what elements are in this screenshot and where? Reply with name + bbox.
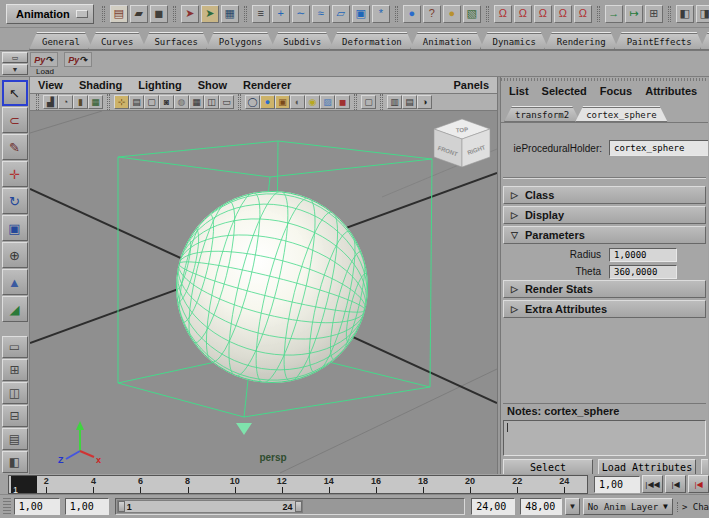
current-time-field[interactable] <box>594 476 640 493</box>
param-radius-field[interactable] <box>609 248 677 262</box>
ae-tab-transform2[interactable]: transform2 <box>504 106 580 122</box>
four-pane-layout-button[interactable]: ⊞ <box>2 359 28 381</box>
curves-mask-icon[interactable]: ∼ <box>292 5 310 23</box>
points-mask-icon[interactable]: + <box>272 5 290 23</box>
ae-menu-focus[interactable]: Focus <box>600 85 632 97</box>
rendering-mask-icon[interactable]: * <box>372 5 390 23</box>
step-back-key-button[interactable]: |◀ <box>688 475 709 493</box>
section-extra-attributes[interactable]: ▷Extra Attributes <box>503 300 706 318</box>
hypershade-persp-layout-button[interactable]: ▤ <box>2 428 28 450</box>
select-tool[interactable]: ↖ <box>2 80 28 106</box>
exposure-icon[interactable]: ◑ <box>417 95 432 109</box>
shelf-tab-general[interactable]: General <box>29 32 93 50</box>
persp-split-layout-button[interactable]: ◧ <box>2 451 28 473</box>
soft-mod-tool[interactable]: ▲ <box>2 269 28 295</box>
go-to-start-button[interactable]: |◀◀ <box>642 475 663 493</box>
time-slider[interactable]: 1 24681012141618202224 <box>8 475 588 494</box>
highlight-selection-icon[interactable]: ▧ <box>463 5 481 23</box>
attribute-editor-grip[interactable] <box>501 78 708 81</box>
character-set-menu[interactable]: > Cha <box>677 502 709 512</box>
persp-graph-layout-button[interactable]: ⊟ <box>2 405 28 427</box>
snap-to-curves-icon[interactable]: Ω <box>514 5 532 23</box>
playback-end-field[interactable] <box>471 498 515 515</box>
persp-outliner-layout-button[interactable]: ◫ <box>2 382 28 404</box>
camera-attributes-icon[interactable]: ◔ <box>58 95 73 109</box>
shelf-tab-painteffects[interactable]: PaintEffects <box>614 32 705 50</box>
bookmark-icon[interactable]: ▮ <box>73 95 88 109</box>
step-back-frame-button[interactable]: |◀ <box>665 475 686 493</box>
playback-start-field[interactable] <box>65 498 109 515</box>
open-scene-icon[interactable]: ▰ <box>130 5 148 23</box>
new-scene-icon[interactable]: ▤ <box>110 5 128 23</box>
shadows-icon[interactable]: ◼ <box>335 95 350 109</box>
resolution-gate-icon[interactable]: ◙ <box>159 95 174 109</box>
lasso-select-tool[interactable]: ⊂ <box>2 107 28 133</box>
menu-set-selector[interactable]: Animation <box>6 4 94 24</box>
menu-lighting[interactable]: Lighting <box>138 79 181 91</box>
ae-menu-list[interactable]: List <box>509 85 529 97</box>
safe-title-icon[interactable]: ▭ <box>219 95 234 109</box>
render-globe-icon[interactable]: ● <box>403 5 421 23</box>
animation-end-field[interactable] <box>520 498 562 515</box>
section-render-stats[interactable]: ▷Render Stats <box>503 280 706 298</box>
gate-mask-icon[interactable]: ◍ <box>174 95 189 109</box>
range-slider-bar[interactable]: 1 24 <box>117 500 303 513</box>
ae-tab-cortex-sphere[interactable]: cortex_sphere <box>575 106 667 122</box>
snap-to-grids-icon[interactable]: Ω <box>494 5 512 23</box>
snap-to-view-planes-icon[interactable]: Ω <box>554 5 572 23</box>
shelf-tab-animation[interactable]: Animation <box>410 32 485 50</box>
deformations-mask-icon[interactable]: ▱ <box>332 5 350 23</box>
scale-tool[interactable]: ▣ <box>2 215 28 241</box>
select-button[interactable]: Select <box>503 459 593 474</box>
select-object-icon[interactable]: ➤ <box>201 5 219 23</box>
ae-menu-selected[interactable]: Selected <box>542 85 587 97</box>
move-tool[interactable]: ✛ <box>2 161 28 187</box>
range-slider-track[interactable]: 1 24 <box>115 498 466 515</box>
range-row-grip[interactable] <box>3 498 11 516</box>
param-theta-field[interactable] <box>609 265 677 279</box>
input-connections-icon[interactable]: → <box>605 5 623 23</box>
image-plane-icon[interactable]: ▦ <box>88 95 103 109</box>
shelf-tab-surfaces[interactable]: Surfaces <box>141 32 210 50</box>
universal-manipulator-tool[interactable]: ⊕ <box>2 242 28 268</box>
two-d-pan-zoom-icon[interactable]: ⊹ <box>114 95 129 109</box>
isolate-select-icon[interactable]: ▢ <box>361 95 376 109</box>
select-hierarchy-icon[interactable]: ➤ <box>181 5 199 23</box>
shelf-tab-cycle-button[interactable]: ▭ <box>2 52 28 63</box>
single-pane-layout-button[interactable]: ▭ <box>2 336 28 358</box>
shelf-tab-deformation[interactable]: Deformation <box>329 32 415 50</box>
section-class[interactable]: ▷Class <box>503 186 706 204</box>
textures-icon[interactable]: ▨ <box>320 95 335 109</box>
python-script-button[interactable]: Py↷ <box>64 52 94 76</box>
load-attributes-button[interactable]: Load Attributes <box>598 459 696 474</box>
grease-pencil-icon[interactable]: ▤ <box>129 95 144 109</box>
lighting-icon[interactable]: ◉ <box>305 95 320 109</box>
rotate-tool[interactable]: ↻ <box>2 188 28 214</box>
shelf-tab-rendering[interactable]: Rendering <box>544 32 619 50</box>
shelf-tab-toon[interactable]: Toon <box>700 32 709 50</box>
menu-shading[interactable]: Shading <box>79 79 122 91</box>
snap-to-points-icon[interactable]: Ω <box>534 5 552 23</box>
combined-select-mask-icon[interactable]: ≡ <box>252 5 270 23</box>
lock-selection-icon[interactable]: ● <box>443 5 461 23</box>
select-component-icon[interactable]: ▦ <box>221 5 239 23</box>
render-view-icon[interactable]: ◧ <box>676 5 694 23</box>
menu-show[interactable]: Show <box>198 79 227 91</box>
select-camera-icon[interactable]: ▟ <box>43 95 58 109</box>
shaded-mode-icon[interactable]: ● <box>260 95 275 109</box>
range-start-handle[interactable] <box>118 501 125 512</box>
section-parameters[interactable]: ▽Parameters <box>503 226 706 244</box>
xray-joints-icon[interactable]: ▤ <box>402 95 417 109</box>
textured-mode-icon[interactable]: ▣ <box>275 95 290 109</box>
menu-panels[interactable]: Panels <box>454 79 489 91</box>
shelf-tab-polygons[interactable]: Polygons <box>206 32 275 50</box>
wireframe-mode-icon[interactable]: ◯ <box>245 95 260 109</box>
current-frame-indicator[interactable]: 1 <box>11 476 37 494</box>
python-script-load-button[interactable]: Py↷Load <box>30 52 60 76</box>
playback-options-dropdown[interactable]: ▼ <box>565 498 579 515</box>
shelf-menu-button[interactable]: ▼ <box>2 64 28 75</box>
safe-action-icon[interactable]: ◫ <box>204 95 219 109</box>
use-default-material-icon[interactable]: ◐ <box>290 95 305 109</box>
paint-select-tool[interactable]: ✎ <box>2 134 28 160</box>
ae-menu-attributes[interactable]: Attributes <box>645 85 697 97</box>
